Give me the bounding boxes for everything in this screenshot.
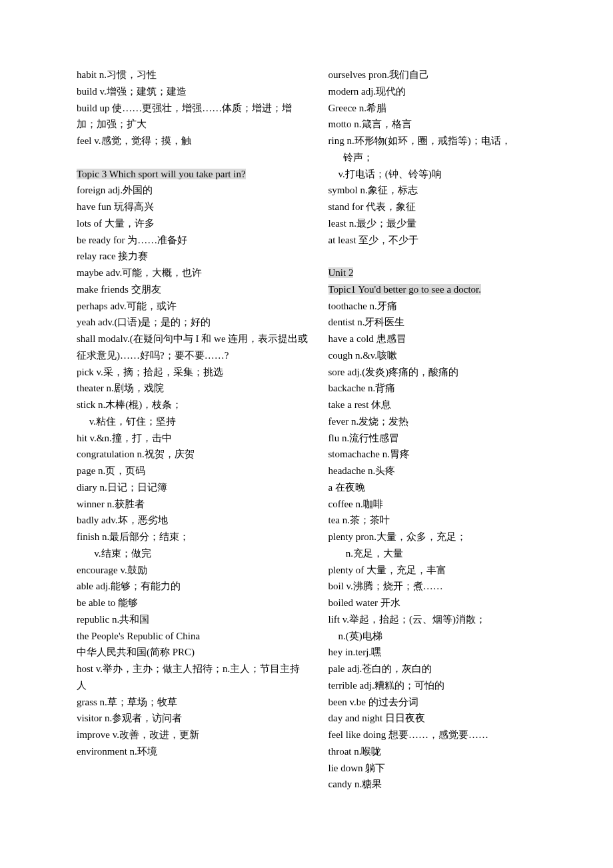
vocab-entry: toothache n.牙痛 — [328, 298, 560, 315]
vocab-entry: diary n.日记；日记簿 — [77, 479, 308, 496]
vocab-entry: modern adj.现代的 — [328, 83, 560, 100]
vocab-entry: feel like doing 想要……，感觉要…… — [328, 727, 560, 743]
vocab-entry: finish n.最后部分；结束； — [77, 529, 308, 545]
blank-line — [77, 149, 308, 166]
vocab-entry: stomachache n.胃疼 — [328, 446, 560, 463]
vocab-entry: hit v.&n.撞，打，击中 — [77, 430, 308, 447]
vocab-entry: ring n.环形物(如环，圈，戒指等)；电话， — [328, 133, 560, 149]
unit-text: Unit 2 — [328, 267, 354, 278]
vocab-entry: republic n.共和国 — [77, 611, 308, 628]
blank-line — [328, 248, 560, 265]
vocab-entry: backache n.背痛 — [328, 380, 560, 397]
unit-heading: Unit 2 — [328, 265, 560, 281]
vocab-entry: maybe adv.可能，大概，也许 — [77, 265, 308, 281]
vocab-entry: v.粘住，钉住；坚持 — [77, 413, 308, 430]
topic-text: Topic1 You'd better go to see a doctor. — [328, 284, 482, 295]
vocab-entry: be ready for 为……准备好 — [77, 232, 308, 249]
vocab-entry: cough n.&v.咳嗽 — [328, 347, 560, 364]
vocab-entry: throat n.喉咙 — [328, 743, 560, 760]
vocab-entry: pale adj.苍白的，灰白的 — [328, 661, 560, 677]
vocab-entry: pick v.采，摘；拾起，采集；挑选 — [77, 364, 308, 381]
vocab-entry: take a rest 休息 — [328, 397, 560, 413]
vocab-entry: theater n.剧场，戏院 — [77, 380, 308, 397]
vocab-entry: coffee n.咖啡 — [328, 496, 560, 513]
vocab-entry: v.打电话；(钟、铃等)响 — [328, 166, 560, 183]
vocab-entry: 中华人民共和国(简称 PRC) — [77, 644, 308, 661]
vocab-entry: have a cold 患感冒 — [328, 331, 560, 347]
vocab-entry: encourage v.鼓励 — [77, 562, 308, 579]
vocab-entry: day and night 日日夜夜 — [328, 710, 560, 727]
vocab-entry: been v.be 的过去分词 — [328, 694, 560, 711]
vocab-entry: tea n.茶；茶叶 — [328, 512, 560, 529]
vocab-entry: v.结束；做完 — [77, 545, 308, 562]
vocab-entry: build up 使……更强壮，增强……体质；增进；增加；加强；扩大 — [77, 100, 308, 133]
vocab-entry: page n.页，页码 — [77, 463, 308, 479]
vocab-entry: improve v.改善，改进，更新 — [77, 727, 308, 743]
vocab-entry: badly adv.坏，恶劣地 — [77, 512, 308, 529]
vocab-entry: able adj.能够；有能力的 — [77, 578, 308, 595]
vocab-entry: relay race 接力赛 — [77, 248, 308, 265]
vocab-entry: motto n.箴言，格言 — [328, 116, 560, 133]
vocab-entry: lie down 躺下 — [328, 760, 560, 777]
vocab-entry: terrible adj.糟糕的；可怕的 — [328, 677, 560, 694]
vocab-entry: build v.增强；建筑；建造 — [77, 83, 308, 100]
vocab-entry: n.充足，大量 — [328, 545, 560, 562]
vocab-entry: shall modalv.(在疑问句中与 I 和 we 连用，表示提出或征求意见… — [77, 331, 308, 364]
vocab-entry: lots of 大量，许多 — [77, 215, 308, 232]
vocab-entry: dentist n.牙科医生 — [328, 314, 560, 331]
vocab-entry: yeah adv.(口语)是；是的；好的 — [77, 314, 308, 331]
vocab-entry: foreign adj.外国的 — [77, 182, 308, 199]
vocab-entry: have fun 玩得高兴 — [77, 199, 308, 215]
vocab-entry: at least 至少，不少于 — [328, 232, 560, 249]
vocab-entry: fever n.发烧；发热 — [328, 413, 560, 430]
vocab-entry: visitor n.参观者，访问者 — [77, 710, 308, 727]
vocab-entry: congratulation n.祝贺，庆贺 — [77, 446, 308, 463]
vocab-entry: make friends 交朋友 — [77, 281, 308, 298]
vocab-entry: feel v.感觉，觉得；摸，触 — [77, 133, 308, 149]
vocab-entry: candy n.糖果 — [328, 776, 560, 793]
vocab-entry: boil v.沸腾；烧开；煮…… — [328, 578, 560, 595]
vocab-entry: winner n.获胜者 — [77, 496, 308, 513]
vocab-entry: stand for 代表，象征 — [328, 199, 560, 215]
left-column: habit n.习惯，习性 build v.增强；建筑；建造 build up … — [77, 67, 308, 793]
vocab-entry: hey in.terj.嘿 — [328, 644, 560, 661]
vocab-entry: lift v.举起，抬起；(云、烟等)消散； — [328, 611, 560, 628]
topic-heading: Topic1 You'd better go to see a doctor. — [328, 281, 560, 298]
vocab-entry: host v.举办，主办；做主人招待；n.主人；节目主持人 — [77, 661, 308, 694]
topic-heading: Topic 3 Which sport will you take part i… — [77, 166, 308, 183]
vocab-entry: boiled water 开水 — [328, 595, 560, 611]
vocab-entry: sore adj.(发炎)疼痛的，酸痛的 — [328, 364, 560, 381]
vocab-entry: headache n.头疼 — [328, 463, 560, 479]
vocab-entry: 铃声； — [328, 149, 560, 166]
vocab-entry: be able to 能够 — [77, 595, 308, 611]
vocab-entry: plenty of 大量，充足，丰富 — [328, 562, 560, 579]
vocab-entry: grass n.草；草场；牧草 — [77, 694, 308, 711]
vocab-entry: Greece n.希腊 — [328, 100, 560, 117]
vocab-entry: habit n.习惯，习性 — [77, 67, 308, 83]
vocab-entry: ourselves pron.我们自己 — [328, 67, 560, 83]
vocab-entry: plenty pron.大量，众多，充足； — [328, 529, 560, 545]
vocab-entry: a 在夜晚 — [328, 479, 560, 496]
vocab-entry: stick n.木棒(棍)，枝条； — [77, 397, 308, 413]
vocab-entry: perhaps adv.可能，或许 — [77, 298, 308, 315]
right-column: ourselves pron.我们自己 modern adj.现代的 Greec… — [328, 67, 560, 793]
vocab-entry: the People's Republic of China — [77, 628, 308, 645]
vocab-entry: environment n.环境 — [77, 743, 308, 760]
vocab-entry: flu n.流行性感冒 — [328, 430, 560, 447]
topic-text: Topic 3 Which sport will you take part i… — [77, 169, 246, 179]
vocab-entry: symbol n.象征，标志 — [328, 182, 560, 199]
vocab-entry: least n.最少；最少量 — [328, 215, 560, 232]
vocab-entry: n.(英)电梯 — [328, 628, 560, 645]
